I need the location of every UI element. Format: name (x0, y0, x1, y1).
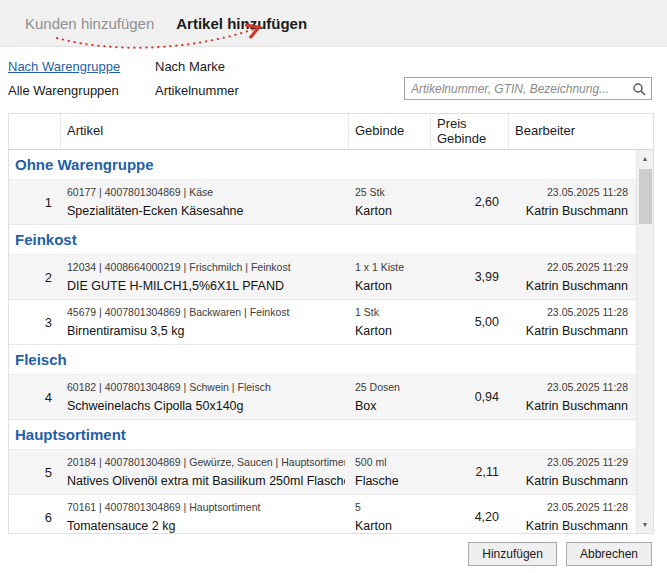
bearbeiter-name: Katrin Buschmann (526, 474, 628, 488)
gebinde-meta: 1 x 1 Kiste (355, 261, 427, 273)
abbrechen-button[interactable]: Abbrechen (566, 542, 652, 566)
add-articles-dialog: Kunden hinzufügen Artikel hinzufügen Nac… (0, 0, 667, 566)
preis-cell: 5,00 (431, 300, 509, 344)
datum: 23.05.2025 11:28 (547, 501, 628, 513)
tab-nach-warengruppe[interactable]: Nach Warengruppe (8, 59, 155, 75)
sort-field-selector[interactable]: Artikelnummer (155, 83, 239, 98)
col-row-number (9, 114, 61, 149)
artikel-cell: 60182 | 4007801304869 | Schwein | Fleisc… (61, 375, 349, 419)
table-row[interactable]: 1 60177 | 4007801304869 | Käse Spezialit… (9, 180, 636, 225)
gebinde-value: Karton (355, 519, 427, 533)
preis-cell: 2,11 (431, 450, 509, 494)
artikel-meta: 60182 | 4007801304869 | Schwein | Fleisc… (67, 381, 345, 393)
datum: 23.05.2025 11:28 (547, 306, 628, 318)
gebinde-cell: 25 Dosen Box (349, 375, 431, 419)
gebinde-cell: 25 Stk Karton (349, 180, 431, 224)
table-header-row: Artikel Gebinde Preis Gebinde Bearbeiter (9, 114, 653, 150)
datum: 23.05.2025 11:28 (547, 186, 628, 198)
artikel-cell: 70161 | 4007801304869 | Hauptsortiment T… (61, 495, 349, 533)
search-input[interactable] (405, 78, 627, 99)
group-header-ohne-warengruppe: Ohne Warengruppe (9, 150, 636, 180)
table-rows: Ohne Warengruppe 1 60177 | 4007801304869… (9, 150, 636, 533)
row-number: 3 (9, 300, 61, 344)
scroll-down-icon[interactable]: ▼ (637, 516, 654, 533)
col-gebinde[interactable]: Gebinde (349, 114, 431, 149)
table-row[interactable]: 2 12034 | 4008664000219 | Frischmilch | … (9, 255, 636, 300)
scrollbar-thumb[interactable] (639, 169, 652, 224)
bearbeiter-name: Katrin Buschmann (526, 204, 628, 218)
gebinde-value: Karton (355, 204, 427, 218)
gebinde-meta: 5 (355, 501, 427, 513)
hinzufuegen-button[interactable]: Hinzufügen (468, 542, 557, 566)
artikel-cell: 20184 | 4007801304869 | Gewürze, Saucen … (61, 450, 349, 494)
table-row[interactable]: 4 60182 | 4007801304869 | Schwein | Flei… (9, 375, 636, 420)
artikel-name: Natives Olivenöl extra mit Basilikum 250… (67, 474, 345, 488)
warengruppe-filter[interactable]: Alle Warengruppen (8, 83, 155, 98)
artikel-name: Tomatensauce 2 kg (67, 519, 345, 533)
dialog-footer: Hinzufügen Abbrechen (0, 534, 667, 566)
artikel-meta: 60177 | 4007801304869 | Käse (67, 186, 345, 198)
col-preis-gebinde[interactable]: Preis Gebinde (431, 114, 509, 149)
gebinde-meta: 500 ml (355, 456, 427, 468)
gebinde-cell: 1 x 1 Kiste Karton (349, 255, 431, 299)
filter-bar: Alle Warengruppen Artikelnummer (0, 75, 667, 105)
view-subtabs: Nach Warengruppe Nach Marke (0, 47, 667, 75)
bearbeiter-cell: 23.05.2025 11:28 Katrin Buschmann (509, 495, 636, 533)
group-header-hauptsortiment: Hauptsortiment (9, 420, 636, 450)
bearbeiter-cell: 22.05.2025 11:29 Katrin Buschmann (509, 255, 636, 299)
table-body: Ohne Warengruppe 1 60177 | 4007801304869… (9, 150, 653, 533)
artikel-name: DIE GUTE H-MILCH1,5%6X1L PFAND (67, 279, 345, 293)
gebinde-meta: 25 Stk (355, 186, 427, 198)
gebinde-cell: 5 Karton (349, 495, 431, 533)
artikel-cell: 45679 | 4007801304869 | Backwaren | Fein… (61, 300, 349, 344)
bearbeiter-cell: 23.05.2025 11:29 Katrin Buschmann (509, 450, 636, 494)
artikel-cell: 12034 | 4008664000219 | Frischmilch | Fe… (61, 255, 349, 299)
gebinde-cell: 1 Stk Karton (349, 300, 431, 344)
group-header-feinkost: Feinkost (9, 225, 636, 255)
artikel-cell: 60177 | 4007801304869 | Käse Spezialität… (61, 180, 349, 224)
gebinde-value: Karton (355, 279, 427, 293)
tab-kunden-hinzufuegen[interactable]: Kunden hinzufügen (25, 15, 154, 32)
gebinde-value: Box (355, 399, 427, 413)
row-number: 5 (9, 450, 61, 494)
artikel-meta: 20184 | 4007801304869 | Gewürze, Saucen … (67, 456, 345, 468)
articles-table: Artikel Gebinde Preis Gebinde Bearbeiter… (8, 113, 654, 534)
preis-cell: 2,60 (431, 180, 509, 224)
gebinde-value: Flasche (355, 474, 427, 488)
row-number: 6 (9, 495, 61, 533)
bearbeiter-name: Katrin Buschmann (526, 399, 628, 413)
group-header-fleisch: Fleisch (9, 345, 636, 375)
col-bearbeiter[interactable]: Bearbeiter (509, 114, 653, 149)
datum: 23.05.2025 11:29 (547, 456, 628, 468)
dialog-tabs-bar: Kunden hinzufügen Artikel hinzufügen (0, 0, 667, 47)
col-artikel[interactable]: Artikel (61, 114, 349, 149)
vertical-scrollbar[interactable]: ▲ ▼ (636, 150, 653, 533)
datum: 23.05.2025 11:28 (547, 381, 628, 393)
preis-cell: 0,94 (431, 375, 509, 419)
bearbeiter-cell: 23.05.2025 11:28 Katrin Buschmann (509, 180, 636, 224)
artikel-meta: 12034 | 4008664000219 | Frischmilch | Fe… (67, 261, 345, 273)
preis-cell: 4,20 (431, 495, 509, 533)
gebinde-meta: 25 Dosen (355, 381, 427, 393)
preis-cell: 3,99 (431, 255, 509, 299)
gebinde-meta: 1 Stk (355, 306, 427, 318)
bearbeiter-name: Katrin Buschmann (526, 279, 628, 293)
bearbeiter-name: Katrin Buschmann (526, 324, 628, 338)
row-number: 2 (9, 255, 61, 299)
search-icon[interactable] (627, 82, 651, 96)
tab-artikel-hinzufuegen[interactable]: Artikel hinzufügen (176, 15, 307, 32)
table-row[interactable]: 5 20184 | 4007801304869 | Gewürze, Sauce… (9, 450, 636, 495)
table-row[interactable]: 6 70161 | 4007801304869 | Hauptsortiment… (9, 495, 636, 533)
gebinde-cell: 500 ml Flasche (349, 450, 431, 494)
table-row[interactable]: 3 45679 | 4007801304869 | Backwaren | Fe… (9, 300, 636, 345)
artikel-name: Birnentiramisu 3,5 kg (67, 324, 345, 338)
artikel-meta: 45679 | 4007801304869 | Backwaren | Fein… (67, 306, 345, 318)
search-box (404, 77, 652, 100)
row-number: 1 (9, 180, 61, 224)
artikel-meta: 70161 | 4007801304869 | Hauptsortiment (67, 501, 345, 513)
gebinde-value: Karton (355, 324, 427, 338)
scroll-up-icon[interactable]: ▲ (637, 150, 654, 167)
bearbeiter-name: Katrin Buschmann (526, 519, 628, 533)
artikel-name: Spezialitäten-Ecken Käsesahne (67, 204, 345, 218)
tab-nach-marke[interactable]: Nach Marke (155, 59, 225, 75)
